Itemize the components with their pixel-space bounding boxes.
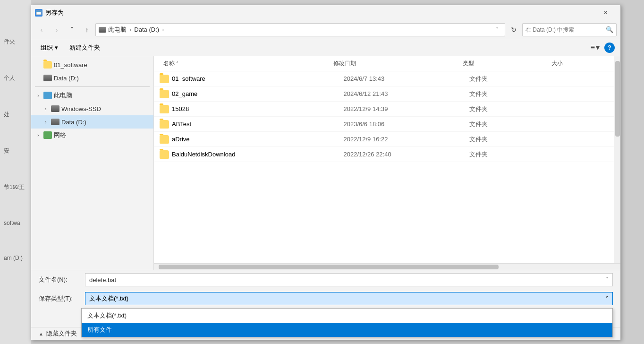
dialog-icon bbox=[35, 9, 42, 17]
help-button[interactable]: ? bbox=[604, 43, 615, 53]
bg-text-2: 个人 bbox=[4, 74, 27, 82]
sidebar-label-01-software: 01_software bbox=[54, 61, 87, 69]
sidebar-label-this-pc: 此电脑 bbox=[54, 91, 72, 100]
bg-text-6: softwa bbox=[4, 220, 27, 226]
table-row[interactable]: 02_game 2024/6/12 21:43 文件夹 bbox=[154, 86, 620, 102]
sidebar-label-data-d: Data (D:) bbox=[54, 75, 79, 82]
view-button[interactable]: ≡ ▾ bbox=[588, 42, 602, 53]
sidebar-item-this-pc[interactable]: › 此电脑 bbox=[31, 89, 153, 102]
forward-button[interactable]: › bbox=[50, 23, 63, 36]
folder-icon-row-5 bbox=[160, 150, 169, 159]
up-button[interactable]: ↑ bbox=[80, 23, 93, 36]
bg-text-3: 处 bbox=[4, 111, 27, 119]
file-date-3: 2023/6/6 18:06 bbox=[343, 120, 469, 128]
horizontal-scrollbar[interactable] bbox=[154, 263, 620, 270]
filetype-input[interactable]: 文本文档(*.txt) ˅ bbox=[85, 292, 613, 305]
sidebar-item-data-d-active[interactable]: › Data (D:) bbox=[31, 115, 153, 129]
col-header-type[interactable]: 类型 bbox=[459, 58, 548, 69]
view-icon: ≡ bbox=[591, 43, 595, 52]
file-name-0: 01_software bbox=[172, 75, 343, 82]
bg-text-4: 安 bbox=[4, 147, 27, 155]
address-dropdown-icon[interactable]: ˅ bbox=[492, 24, 502, 36]
nav-separator-1 bbox=[35, 86, 150, 87]
dropdown-option-all[interactable]: 所有文件 bbox=[82, 323, 612, 337]
sidebar-item-data-d[interactable]: Data (D:) bbox=[31, 71, 153, 85]
bg-text-7: am (D:) bbox=[4, 255, 27, 261]
file-name-4: aDrive bbox=[172, 136, 343, 143]
col-type-label: 类型 bbox=[463, 60, 474, 68]
table-row[interactable]: 01_software 2024/6/7 13:43 文件夹 bbox=[154, 71, 620, 86]
organize-button[interactable]: 组织 ▾ bbox=[37, 42, 62, 53]
save-as-dialog: 另存为 × ‹ › ˅ ↑ 此电脑 › Data (D:) › ˅ ↻ 🔍 bbox=[31, 5, 621, 340]
dropdown-button[interactable]: ˅ bbox=[65, 23, 78, 36]
filename-input[interactable]: delete.bat ˅ bbox=[85, 273, 613, 286]
filename-row: 文件名(N): delete.bat ˅ bbox=[31, 270, 620, 289]
col-name-label: 名称 bbox=[163, 60, 175, 68]
file-type-3: 文件夹 bbox=[469, 120, 553, 129]
search-input[interactable] bbox=[525, 26, 604, 33]
col-header-date[interactable]: 修改日期 bbox=[330, 58, 459, 69]
sidebar-item-network[interactable]: › 网络 bbox=[31, 129, 153, 142]
sidebar-label-network: 网络 bbox=[54, 131, 66, 139]
sidebar-label-windows-ssd: Windows-SSD bbox=[61, 105, 101, 112]
address-bar[interactable]: 此电脑 › Data (D:) › ˅ bbox=[95, 23, 505, 36]
refresh-button[interactable]: ↻ bbox=[507, 23, 520, 36]
data-drive-icon bbox=[51, 119, 59, 125]
vertical-scrollbar[interactable] bbox=[614, 56, 620, 263]
filetype-row: 保存类型(T): 文本文档(*.txt) ˅ 文本文档(*.txt) 所有文件 bbox=[31, 289, 620, 308]
filetype-label: 保存类型(T): bbox=[39, 294, 81, 303]
file-list-body: 01_software 2024/6/7 13:43 文件夹 02_game 2… bbox=[154, 71, 620, 263]
col-header-size[interactable]: 大小 bbox=[548, 58, 620, 69]
col-header-name[interactable]: 名称 ˄ bbox=[160, 58, 330, 69]
sidebar-item-windows-ssd[interactable]: › Windows-SSD bbox=[31, 102, 153, 115]
search-icon: 🔍 bbox=[606, 26, 613, 33]
file-type-2: 文件夹 bbox=[469, 105, 553, 113]
col-size-label: 大小 bbox=[551, 60, 563, 68]
sidebar-item-01-software[interactable]: 01_software bbox=[31, 58, 153, 71]
filetype-dropdown[interactable]: 文本文档(*.txt) 所有文件 bbox=[81, 308, 613, 337]
filetype-dropdown-arrow[interactable]: ˅ bbox=[605, 295, 609, 302]
dialog-title: 另存为 bbox=[45, 9, 595, 17]
hide-arrow-icon: ▲ bbox=[39, 331, 43, 336]
bg-text-1: 件夹 bbox=[4, 38, 27, 46]
right-file-panel: 名称 ˄ 修改日期 类型 大小 bbox=[154, 56, 620, 270]
filename-dropdown-arrow[interactable]: ˅ bbox=[606, 276, 609, 283]
address-sep1: › bbox=[129, 26, 131, 33]
new-folder-button[interactable]: 新建文件夹 bbox=[66, 42, 104, 53]
expand-arrow-network: › bbox=[35, 133, 42, 138]
file-type-5: 文件夹 bbox=[469, 150, 553, 159]
file-name-5: BaiduNetdiskDownload bbox=[172, 151, 343, 158]
folder-icon-row-4 bbox=[160, 135, 169, 144]
navigation-toolbar: ‹ › ˅ ↑ 此电脑 › Data (D:) › ˅ ↻ 🔍 bbox=[31, 20, 620, 39]
dropdown-option-txt[interactable]: 文本文档(*.txt) bbox=[82, 309, 612, 323]
table-row[interactable]: 15028 2022/12/9 14:39 文件夹 bbox=[154, 102, 620, 117]
bottom-area: 文件名(N): delete.bat ˅ 保存类型(T): 文本文档(*.txt… bbox=[31, 270, 620, 340]
table-row[interactable]: aDrive 2022/12/9 16:22 文件夹 bbox=[154, 132, 620, 147]
address-sep2: › bbox=[162, 26, 164, 33]
table-row[interactable]: BaiduNetdiskDownload 2022/12/26 22:40 文件… bbox=[154, 147, 620, 162]
expand-arrow-data-d-active: › bbox=[42, 120, 49, 125]
file-name-3: ABTest bbox=[172, 120, 343, 128]
pc-icon bbox=[43, 92, 52, 99]
search-box[interactable]: 🔍 bbox=[522, 23, 617, 36]
folder-icon-row-2 bbox=[160, 105, 169, 113]
hide-folders-label: 隐藏文件夹 bbox=[46, 329, 77, 338]
sidebar-label-data-d-active: Data (D:) bbox=[61, 119, 86, 126]
win-drive-icon bbox=[51, 105, 59, 112]
file-date-0: 2024/6/7 13:43 bbox=[343, 75, 469, 82]
scrollbar-thumb-v[interactable] bbox=[615, 61, 620, 137]
svg-rect-1 bbox=[36, 11, 41, 12]
back-button[interactable]: ‹ bbox=[35, 23, 48, 36]
file-date-1: 2024/6/12 21:43 bbox=[343, 90, 469, 97]
action-bar: 组织 ▾ 新建文件夹 ≡ ▾ ? bbox=[31, 39, 620, 56]
network-icon bbox=[43, 131, 52, 139]
file-list-header: 名称 ˄ 修改日期 类型 大小 bbox=[154, 56, 620, 71]
scrollbar-thumb-h[interactable] bbox=[159, 265, 499, 269]
table-row[interactable]: ABTest 2023/6/6 18:06 文件夹 bbox=[154, 117, 620, 132]
close-button[interactable]: × bbox=[595, 5, 617, 20]
file-date-2: 2022/12/9 14:39 bbox=[343, 105, 469, 112]
expand-arrow-windows-ssd: › bbox=[42, 106, 49, 112]
file-name-2: 15028 bbox=[172, 105, 343, 112]
file-date-4: 2022/12/9 16:22 bbox=[343, 136, 469, 143]
expand-arrow-this-pc: › bbox=[35, 93, 42, 98]
